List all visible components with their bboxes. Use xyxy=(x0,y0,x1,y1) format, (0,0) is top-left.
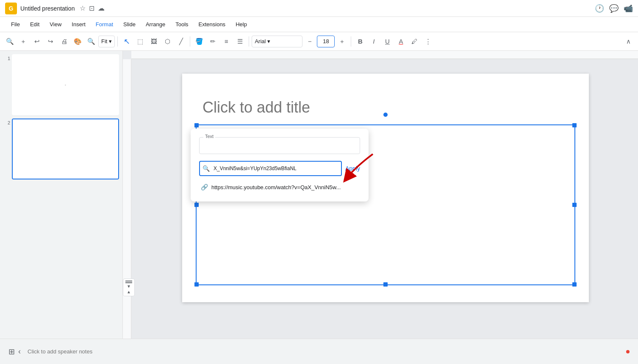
grid-view-icon[interactable]: ⊞ xyxy=(8,347,15,356)
cursor-icon[interactable]: ↖ xyxy=(120,35,133,48)
slide-thumb-inner-1: • xyxy=(13,55,118,114)
slide-thumb-inner-2 xyxy=(13,119,118,179)
cloud-icon[interactable]: ☁ xyxy=(98,4,105,12)
title-bar: G Untitled presentation ☆ ⊡ ☁ 🕐 💬 📹 xyxy=(0,0,638,17)
bold-button[interactable]: B xyxy=(354,35,366,48)
slide-content-1: • xyxy=(13,55,118,114)
panel-toggle-line-2 xyxy=(125,282,132,283)
horizontal-ruler: 1 xyxy=(131,51,638,59)
menu-slide[interactable]: Slide xyxy=(119,19,140,29)
menu-extensions[interactable]: Extensions xyxy=(194,19,230,29)
select-box-icon[interactable]: ⬚ xyxy=(134,35,147,48)
undo-icon[interactable]: ↩ xyxy=(31,35,43,48)
panel-toggle-arrow-down: ▼ xyxy=(127,284,131,289)
menu-insert[interactable]: Insert xyxy=(67,19,90,29)
handle-tl[interactable] xyxy=(194,123,199,127)
shapes-icon[interactable]: ⬡ xyxy=(161,35,174,48)
add-icon[interactable]: + xyxy=(17,35,30,48)
title-placeholder-text: Click to add title xyxy=(202,99,310,116)
handle-ml[interactable] xyxy=(194,203,199,207)
toolbar: 🔍 + ↩ ↪ 🖨 🎨 🔍 Fit ▾ ↖ ⬚ 🖼 ⬡ ╱ 🪣 ✏ ≡ ☰ Ar… xyxy=(0,32,638,51)
handle-top-center[interactable] xyxy=(383,113,388,117)
handle-br[interactable] xyxy=(572,282,577,287)
slide-number-1: 1 xyxy=(3,54,10,61)
bottom-bar: ⊞ ‹ Click to add speaker notes xyxy=(0,339,638,364)
handle-bl[interactable] xyxy=(194,282,199,287)
font-size-decrease[interactable]: − xyxy=(303,35,316,48)
handle-tr[interactable] xyxy=(572,123,577,127)
star-icon[interactable]: ☆ xyxy=(80,4,86,12)
image-icon[interactable]: 🖼 xyxy=(147,35,160,48)
zoom-out-icon[interactable]: 🔍 xyxy=(3,35,16,48)
zoom-icon[interactable]: 🔍 xyxy=(85,35,97,48)
document-title[interactable]: Untitled presentation xyxy=(20,5,75,12)
video-icon[interactable]: 📹 xyxy=(624,4,633,13)
chevron-down-icon: ▾ xyxy=(109,38,112,44)
slide-row-2: 2 xyxy=(3,119,119,179)
slide-canvas[interactable]: Click to add title xyxy=(182,74,589,302)
panel-toggle-line-1 xyxy=(125,281,132,281)
recording-indicator xyxy=(626,350,630,353)
title-placeholder[interactable]: Click to add title xyxy=(196,91,575,124)
slide-thumb-2[interactable] xyxy=(12,119,119,179)
more-options-icon[interactable]: ⋮ xyxy=(422,35,434,48)
handle-mr[interactable] xyxy=(572,203,577,207)
menu-arrange[interactable]: Arrange xyxy=(141,19,169,29)
print-icon[interactable]: 🖨 xyxy=(58,35,70,48)
slide-wrapper: Click to add title xyxy=(182,69,589,302)
menu-file[interactable]: File xyxy=(7,19,24,29)
panel-toggle-button[interactable]: ▼ ▲ xyxy=(123,279,135,296)
line-icon[interactable]: ╱ xyxy=(175,35,187,48)
link-popup: Text 🔍 Apply 🔗 https://mus xyxy=(191,129,369,201)
italic-button[interactable]: I xyxy=(367,35,380,48)
title-icons: ☆ ⊡ ☁ xyxy=(80,4,105,12)
menu-help[interactable]: Help xyxy=(231,19,251,29)
menu-view[interactable]: View xyxy=(45,19,66,29)
collapse-toolbar-icon[interactable]: ∧ xyxy=(622,35,635,48)
align-left-icon[interactable]: ≡ xyxy=(220,35,233,48)
chat-icon[interactable]: 💬 xyxy=(609,4,619,13)
toolbar-divider-4 xyxy=(351,36,351,47)
menu-edit[interactable]: Edit xyxy=(26,19,44,29)
history-icon[interactable]: 🕐 xyxy=(595,4,604,13)
link-url-input[interactable] xyxy=(199,161,342,176)
underline-button[interactable]: U xyxy=(381,35,394,48)
font-size-increase[interactable]: + xyxy=(336,35,348,48)
link-text-input[interactable] xyxy=(199,137,360,154)
canvas-area[interactable]: 1 Click to add title xyxy=(123,51,638,339)
url-input-wrapper: 🔍 xyxy=(199,161,342,176)
speaker-notes-placeholder[interactable]: Click to add speaker notes xyxy=(28,348,92,355)
bottom-left-icons: ⊞ ‹ xyxy=(8,347,21,356)
slide-number-2: 2 xyxy=(3,119,10,125)
menu-tools[interactable]: Tools xyxy=(171,19,192,29)
title-right-actions: 🕐 💬 📹 xyxy=(595,4,633,13)
toolbar-divider-2 xyxy=(190,36,190,47)
apply-button[interactable]: Apply xyxy=(345,165,360,172)
font-select[interactable]: Arial ▾ xyxy=(252,36,302,47)
menu-bar: File Edit View Insert Format Slide Arran… xyxy=(0,17,638,32)
vertical-ruler xyxy=(123,59,131,339)
collapse-panel-icon[interactable]: ‹ xyxy=(18,347,21,356)
menu-format[interactable]: Format xyxy=(92,19,117,29)
chevron-down-icon: ▾ xyxy=(267,38,270,44)
text-color-button[interactable]: A xyxy=(394,35,407,48)
main-area: 1 • 2 1 xyxy=(0,51,638,339)
paint-format-icon[interactable]: 🎨 xyxy=(71,35,84,48)
handle-bm[interactable] xyxy=(383,282,388,287)
pen-icon[interactable]: ✏ xyxy=(206,35,219,48)
slide-thumb-1[interactable]: • xyxy=(12,54,119,115)
font-size-input[interactable]: 18 xyxy=(317,36,335,47)
slide-row-1: 1 • xyxy=(3,54,119,115)
highlight-button[interactable]: 🖊 xyxy=(408,35,421,48)
redo-icon[interactable]: ↪ xyxy=(44,35,57,48)
zoom-select[interactable]: Fit ▾ xyxy=(98,36,115,47)
link-suggestion[interactable]: 🔗 https://music.youtube.com/watch?v=QaX_… xyxy=(199,181,360,193)
panel-toggle-arrow-up: ▲ xyxy=(127,290,131,294)
app-icon: G xyxy=(5,3,17,14)
background-icon[interactable]: 🪣 xyxy=(193,35,205,48)
folder-icon[interactable]: ⊡ xyxy=(89,4,94,12)
link-suggestion-url: https://music.youtube.com/watch?v=QaX_Vn… xyxy=(211,184,341,190)
link-url-row: 🔍 Apply xyxy=(199,161,360,176)
list-icon[interactable]: ☰ xyxy=(233,35,246,48)
link-text-label: Text xyxy=(203,134,215,139)
